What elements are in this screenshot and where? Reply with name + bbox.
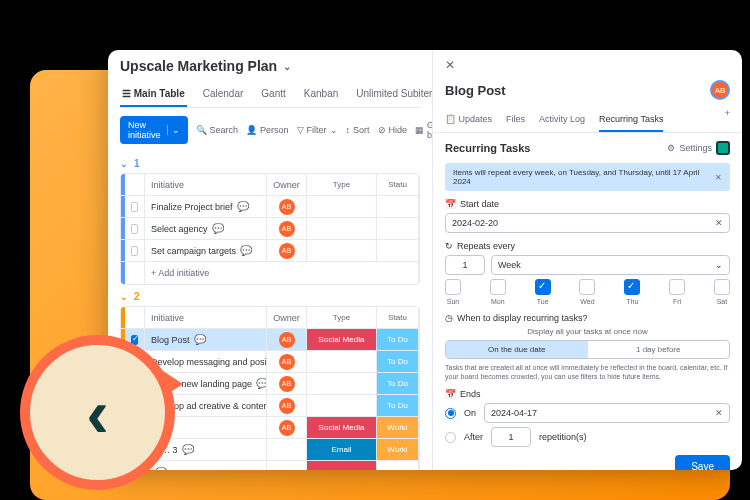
- group-header[interactable]: ⌄ 2: [120, 291, 420, 302]
- type-cell[interactable]: [307, 351, 377, 372]
- avatar[interactable]: AB: [710, 80, 730, 100]
- type-cell[interactable]: [307, 196, 377, 217]
- status-cell[interactable]: Worki: [377, 417, 419, 438]
- avatar[interactable]: AB: [279, 332, 295, 348]
- board-title[interactable]: Upscale Marketing Plan ⌄: [120, 58, 420, 74]
- sort-button[interactable]: ↕ Sort: [346, 125, 370, 135]
- item-name[interactable]: Finalize Project brief💬: [145, 196, 267, 217]
- tab-main-table[interactable]: ☰ Main Table: [120, 82, 187, 107]
- col-type[interactable]: Type: [307, 174, 377, 195]
- day-mon[interactable]: Mon: [490, 279, 506, 305]
- save-button[interactable]: Save: [675, 455, 730, 470]
- display-label: ◷ When to display recurring tasks?: [445, 313, 730, 323]
- item-name[interactable]: Select agency💬: [145, 218, 267, 239]
- chat-icon[interactable]: 💬: [212, 223, 224, 234]
- ends-date-input[interactable]: 2024-04-17✕: [484, 403, 730, 423]
- col-initiative[interactable]: Initiative: [145, 307, 267, 328]
- tab-gantt[interactable]: Gantt: [259, 82, 287, 107]
- item-name[interactable]: Set campaign targets💬: [145, 240, 267, 261]
- avatar[interactable]: AB: [279, 398, 295, 414]
- clear-icon[interactable]: ✕: [715, 408, 723, 418]
- row-checkbox[interactable]: [131, 246, 138, 256]
- settings-button[interactable]: ⚙ Settings: [667, 141, 730, 155]
- avatar[interactable]: AB: [279, 221, 295, 237]
- chat-icon[interactable]: 💬: [256, 378, 267, 389]
- tab-updates[interactable]: 📋 Updates: [445, 108, 492, 132]
- group-header[interactable]: ⌄ 1: [120, 158, 420, 169]
- day-sat[interactable]: Sat: [714, 279, 730, 305]
- ends-after-count-input[interactable]: 1: [491, 427, 531, 447]
- filter-button[interactable]: ▽ Filter ⌄: [297, 125, 338, 135]
- avatar[interactable]: AB: [279, 243, 295, 259]
- chevron-down-icon[interactable]: ⌄: [167, 125, 180, 135]
- status-cell[interactable]: [377, 196, 419, 217]
- avatar[interactable]: AB: [279, 376, 295, 392]
- new-initiative-button[interactable]: New initiative⌄: [120, 116, 188, 144]
- close-icon[interactable]: ✕: [445, 58, 455, 72]
- chat-icon[interactable]: 💬: [182, 444, 194, 455]
- seg-one-day-before[interactable]: 1 day before: [588, 341, 730, 358]
- day-thu[interactable]: Thu: [624, 279, 640, 305]
- group-by-button[interactable]: ▦ Group by: [415, 120, 432, 140]
- status-cell[interactable]: To Do: [377, 351, 419, 372]
- day-wed[interactable]: Wed: [579, 279, 595, 305]
- status-cell[interactable]: To Do: [377, 329, 419, 350]
- add-initiative-button[interactable]: + Add initiative: [121, 262, 419, 284]
- status-cell[interactable]: [377, 461, 419, 470]
- repeat-unit-select[interactable]: Week⌄: [491, 255, 730, 275]
- col-owner[interactable]: Owner: [267, 307, 307, 328]
- table-row[interactable]: Finalize Project brief💬AB: [121, 196, 419, 218]
- col-status[interactable]: Statu: [377, 174, 419, 195]
- clear-icon[interactable]: ✕: [715, 218, 723, 228]
- person-filter[interactable]: 👤 Person: [246, 125, 289, 135]
- type-cell[interactable]: [307, 240, 377, 261]
- start-date-input[interactable]: 2024-02-20✕: [445, 213, 730, 233]
- add-tab-icon[interactable]: +: [725, 108, 730, 132]
- col-owner[interactable]: Owner: [267, 174, 307, 195]
- type-cell[interactable]: Social Media: [307, 329, 377, 350]
- type-cell[interactable]: [307, 218, 377, 239]
- row-checkbox[interactable]: [131, 224, 138, 234]
- day-sun[interactable]: Sun: [445, 279, 461, 305]
- tab-activity-log[interactable]: Activity Log: [539, 108, 585, 132]
- day-tue[interactable]: Tue: [535, 279, 551, 305]
- status-cell[interactable]: To Do: [377, 373, 419, 394]
- status-cell[interactable]: To Do: [377, 395, 419, 416]
- avatar[interactable]: AB: [279, 354, 295, 370]
- ends-after-radio[interactable]: [445, 432, 456, 443]
- seg-on-due-date[interactable]: On the due date: [446, 341, 588, 358]
- chat-icon[interactable]: 💬: [240, 245, 252, 256]
- type-cell[interactable]: [307, 373, 377, 394]
- tab-unlimited-subitems[interactable]: Unlimited Subitems: [354, 82, 432, 107]
- type-cell[interactable]: [307, 395, 377, 416]
- type-cell[interactable]: Social Media: [307, 417, 377, 438]
- status-cell[interactable]: Worki: [377, 439, 419, 460]
- type-cell[interactable]: Social Media: [307, 461, 377, 470]
- ends-on-radio[interactable]: [445, 408, 456, 419]
- hide-button[interactable]: ⊘ Hide: [378, 125, 408, 135]
- type-cell[interactable]: Email: [307, 439, 377, 460]
- close-icon[interactable]: ✕: [715, 173, 722, 182]
- tab-kanban[interactable]: Kanban: [302, 82, 340, 107]
- table-row[interactable]: Select agency💬AB: [121, 218, 419, 240]
- tab-calendar[interactable]: Calendar: [201, 82, 246, 107]
- tab-recurring-tasks[interactable]: Recurring Tasks: [599, 108, 663, 132]
- status-cell[interactable]: [377, 218, 419, 239]
- search-button[interactable]: 🔍 Search: [196, 125, 239, 135]
- row-checkbox[interactable]: [131, 202, 138, 212]
- repeat-count-input[interactable]: 1: [445, 255, 485, 275]
- col-status[interactable]: Statu: [377, 307, 419, 328]
- col-initiative[interactable]: Initiative: [145, 174, 267, 195]
- chevron-down-icon[interactable]: ⌄: [283, 61, 291, 72]
- chat-icon[interactable]: 💬: [237, 201, 249, 212]
- chevron-down-icon[interactable]: ⌄: [120, 292, 128, 302]
- chat-icon[interactable]: 💬: [194, 334, 206, 345]
- col-type[interactable]: Type: [307, 307, 377, 328]
- day-fri[interactable]: Fri: [669, 279, 685, 305]
- tab-files[interactable]: Files: [506, 108, 525, 132]
- avatar[interactable]: AB: [279, 199, 295, 215]
- avatar[interactable]: AB: [279, 420, 295, 436]
- table-row[interactable]: Set campaign targets💬AB: [121, 240, 419, 262]
- status-cell[interactable]: [377, 240, 419, 261]
- chevron-down-icon[interactable]: ⌄: [120, 159, 128, 169]
